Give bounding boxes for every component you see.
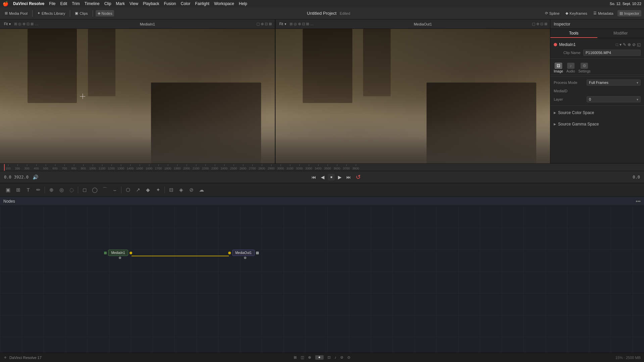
tool-node-btn[interactable]: ⊕	[47, 185, 56, 195]
clips-btn[interactable]: ▣ Clips	[73, 10, 90, 16]
nodes-btn[interactable]: ◈ Nodes	[96, 10, 114, 16]
source-gamma-arrow: ▶	[554, 122, 556, 126]
toolbar-sep-2	[70, 10, 70, 17]
tool-rect-btn[interactable]: ◻	[80, 185, 89, 195]
source-color-space-header[interactable]: ▶ Source Color Space	[554, 109, 641, 116]
tool-magnet-btn[interactable]: ✦	[153, 185, 163, 195]
status-icon-5[interactable]: ⊡	[328, 355, 331, 360]
go-to-start-btn[interactable]: ⏮	[310, 174, 317, 180]
menu-playback[interactable]: Playback	[143, 1, 159, 6]
tool-eraser-btn[interactable]: ◆	[143, 185, 153, 195]
ruler-tick: 3400	[313, 164, 323, 170]
apple-menu[interactable]: 🍎	[3, 1, 8, 6]
menu-fusion[interactable]: Fusion	[164, 1, 176, 6]
metadata-icon: ☰	[593, 11, 597, 15]
media-in-box[interactable]: MediaIn1	[108, 250, 128, 256]
viewer-left-fit-btn[interactable]: Fit▾	[3, 22, 12, 26]
inspector-body: MediaIn1 □ ▾ ✎ ⊕ ⊘ ◱ Clip Name P1160056.…	[550, 38, 644, 163]
menu-timeline[interactable]: Timeline	[85, 1, 100, 6]
playhead[interactable]	[4, 164, 5, 171]
node-icon-2[interactable]: ▾	[620, 42, 622, 47]
sub-tab-image[interactable]: 🖼 Image	[554, 63, 563, 73]
tool-circle-btn[interactable]: ◯	[90, 185, 99, 195]
tools-bar: ▣ ⊞ T ✏ ⊕ ◎ ◌ ◻ ◯ ⌒ ⌣ ⬡ ↗ ◆ ✦ ⊟ ◈ ⊘ ☁	[0, 183, 644, 197]
nodes-canvas[interactable]: MediaIn1 MediaOut1	[0, 206, 644, 362]
status-icon-8[interactable]: ⊙	[347, 355, 350, 360]
viewer-right-canvas[interactable]	[276, 29, 550, 163]
viewer-left-canvas[interactable]	[0, 29, 275, 163]
tool-stabilize-btn[interactable]: ⊘	[187, 185, 196, 195]
inspector-btn[interactable]: ▤ Inspector	[617, 10, 641, 16]
menu-color[interactable]: Color	[181, 1, 191, 6]
stop-btn[interactable]: ■	[328, 174, 335, 180]
menu-help[interactable]: Help	[239, 1, 247, 6]
play-backward-btn[interactable]: ◀	[319, 174, 326, 180]
menu-workspace[interactable]: Workspace	[214, 1, 234, 6]
viewer-panels: Fit▾ ⊞ ◎ ⊕ ⊡ ⊠ … MediaIn1 ▢ ⊕ ⊡ ⊠	[0, 19, 550, 163]
status-icon-7[interactable]: ⊘	[340, 355, 343, 360]
node-icon-5[interactable]: ⊘	[632, 42, 636, 47]
total-frames-display: 3922.0	[14, 175, 29, 179]
tool-cloud-btn[interactable]: ☁	[197, 185, 206, 195]
media-out-node[interactable]: MediaOut1	[228, 250, 259, 259]
keyframes-btn[interactable]: ◆ Keyframes	[563, 10, 589, 16]
tool-connect-btn[interactable]: ◎	[57, 185, 66, 195]
nodes-menu-btn[interactable]: •••	[636, 199, 641, 204]
loop-btn[interactable]: ↺	[354, 173, 362, 182]
ruler-tick: 900	[79, 164, 88, 170]
node-icon-3[interactable]: ✎	[623, 42, 626, 47]
sub-tab-audio[interactable]: ♪ Audio	[566, 63, 575, 73]
menu-edit[interactable]: Edit	[60, 1, 67, 6]
menu-file[interactable]: File	[49, 1, 55, 6]
layer-dropdown[interactable]: 0 ▾	[587, 96, 641, 102]
media-in-node[interactable]: MediaIn1	[104, 250, 132, 259]
ruler-tick: 3800	[351, 164, 360, 170]
media-id-label: MediaID	[554, 89, 584, 93]
node-icon-4[interactable]: ⊕	[628, 42, 631, 47]
tool-text-btn[interactable]: T	[23, 185, 33, 195]
metadata-btn[interactable]: ☰ Metadata	[591, 10, 615, 16]
menu-fairlight[interactable]: Fairlight	[195, 1, 209, 6]
inspector-tab-modifier[interactable]: Modifier	[597, 29, 644, 38]
menu-mark[interactable]: Mark	[116, 1, 125, 6]
status-icon-1[interactable]: ⊞	[294, 355, 297, 360]
inspector-tab-tools[interactable]: Tools	[550, 29, 597, 38]
tool-transform-btn[interactable]: ⊟	[166, 185, 176, 195]
tool-track-btn[interactable]: ◈	[177, 185, 186, 195]
menu-trim[interactable]: Trim	[72, 1, 80, 6]
tool-select-btn[interactable]: ▣	[3, 185, 13, 195]
process-mode-dropdown[interactable]: Full Frames ▾	[587, 80, 641, 86]
spline-btn[interactable]: ⟳ Spline	[543, 10, 562, 16]
sub-tab-settings[interactable]: ⚙ Settings	[578, 63, 590, 73]
play-forward-btn[interactable]: ▶	[337, 174, 343, 180]
tool-curve-btn[interactable]: ⌣	[110, 185, 119, 195]
volume-btn[interactable]: 🔊	[31, 174, 40, 180]
status-icon-2[interactable]: ◫	[301, 355, 304, 360]
menu-view[interactable]: View	[130, 1, 138, 6]
tool-arrow-btn[interactable]: ↗	[133, 185, 143, 195]
node-icon-1[interactable]: □	[616, 42, 618, 47]
ruler-tick: 2100	[191, 164, 201, 170]
media-in-bottom-1	[119, 257, 121, 259]
tool-polygon-btn[interactable]: ⬡	[123, 185, 133, 195]
media-out-box[interactable]: MediaOut1	[232, 250, 255, 256]
source-gamma-space-header[interactable]: ▶ Source Gamma Space	[554, 120, 641, 128]
tool-bezier-btn[interactable]: ⌒	[100, 185, 109, 195]
tool-paint-btn[interactable]: ◌	[67, 185, 76, 195]
tool-sep-2	[78, 187, 78, 193]
app-name[interactable]: DaVinci Resolve	[13, 1, 44, 6]
timeline-ruler[interactable]: 1002003004005006007008009001000110012001…	[0, 164, 644, 171]
media-pool-btn[interactable]: ⊞ Media Pool	[3, 10, 30, 16]
ruler-tick: 300	[22, 164, 32, 170]
tool-grid-btn[interactable]: ⊞	[13, 185, 23, 195]
status-icon-4[interactable]: ✦	[315, 355, 324, 360]
menu-clip[interactable]: Clip	[104, 1, 111, 6]
viewer-crosshair	[80, 94, 85, 99]
tool-draw-btn[interactable]: ✏	[34, 185, 43, 195]
status-icon-3[interactable]: ⊕	[308, 355, 311, 360]
node-icon-6[interactable]: ◱	[637, 42, 641, 47]
go-to-end-btn[interactable]: ⏭	[345, 174, 352, 180]
status-icon-6[interactable]: ♪	[335, 355, 337, 360]
viewer-right-fit-btn[interactable]: Fit▾	[278, 22, 288, 26]
effects-library-btn[interactable]: ✦ Effects Library	[35, 10, 67, 16]
